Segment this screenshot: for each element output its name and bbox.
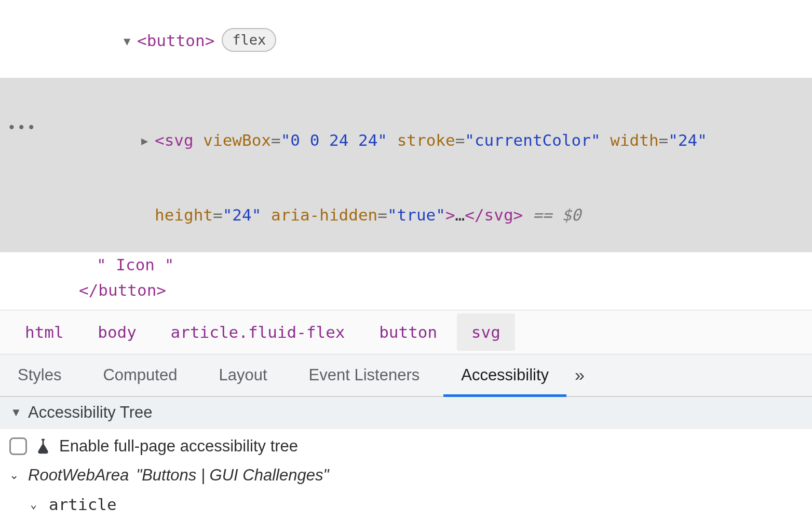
section-accessibility-tree[interactable]: ▼ Accessibility Tree xyxy=(0,397,812,429)
disclosure-triangle-right-icon[interactable]: ▶ xyxy=(141,132,155,150)
flask-icon xyxy=(34,437,52,455)
dom-line-button-close[interactable]: </button> xyxy=(0,278,812,303)
tabs-overflow-icon[interactable]: » xyxy=(570,354,600,396)
sidebar-tabs: Styles Computed Layout Event Listeners A… xyxy=(0,354,812,397)
dom-line-button-open[interactable]: ▼<button>flex xyxy=(0,3,812,78)
crumb-body[interactable]: body xyxy=(83,313,151,351)
chevron-down-icon[interactable]: ⌄ xyxy=(9,469,21,482)
flex-badge[interactable]: flex xyxy=(222,28,276,52)
tree-root[interactable]: ⌄ RootWebArea "Buttons | GUI Challenges" xyxy=(0,461,812,490)
crumb-svg[interactable]: svg xyxy=(457,313,515,351)
disclosure-triangle-down-icon[interactable]: ▼ xyxy=(124,33,137,50)
gutter-more-icon[interactable]: ••• xyxy=(7,117,37,139)
tab-styles[interactable]: Styles xyxy=(0,354,82,396)
enable-checkbox[interactable] xyxy=(9,437,27,455)
dom-line-text-node[interactable]: " Icon " xyxy=(0,252,812,277)
tab-computed[interactable]: Computed xyxy=(82,354,198,396)
crumb-html[interactable]: html xyxy=(10,313,78,351)
dom-line-svg-cont[interactable]: height="24" aria-hidden="true">…</svg> =… xyxy=(0,177,812,252)
crumb-article[interactable]: article.fluid-flex xyxy=(156,313,360,351)
enable-label: Enable full-page accessibility tree xyxy=(59,437,298,456)
dom-line-svg-selected[interactable]: ••• ▶<svg viewBox="0 0 24 24" stroke="cu… xyxy=(0,78,812,177)
tree-article[interactable]: ⌄ article xyxy=(0,490,812,519)
breadcrumb: html body article.fluid-flex button svg xyxy=(0,310,812,354)
tab-accessibility[interactable]: Accessibility xyxy=(440,354,570,396)
crumb-button[interactable]: button xyxy=(364,313,452,351)
chevron-down-icon[interactable]: ⌄ xyxy=(30,498,42,511)
accessibility-tree-panel: Enable full-page accessibility tree ⌄ Ro… xyxy=(0,429,812,522)
disclosure-triangle-down-icon: ▼ xyxy=(10,406,21,419)
dom-tag: <button> xyxy=(137,31,214,50)
tab-event-listeners[interactable]: Event Listeners xyxy=(288,354,441,396)
tab-layout[interactable]: Layout xyxy=(198,354,288,396)
tree-button[interactable]: ⌄ button "Icon" xyxy=(0,519,812,522)
section-title: Accessibility Tree xyxy=(28,403,152,422)
elements-dom-tree: ▼<button>flex ••• ▶<svg viewBox="0 0 24 … xyxy=(0,0,812,310)
enable-full-page-row[interactable]: Enable full-page accessibility tree xyxy=(0,432,812,461)
